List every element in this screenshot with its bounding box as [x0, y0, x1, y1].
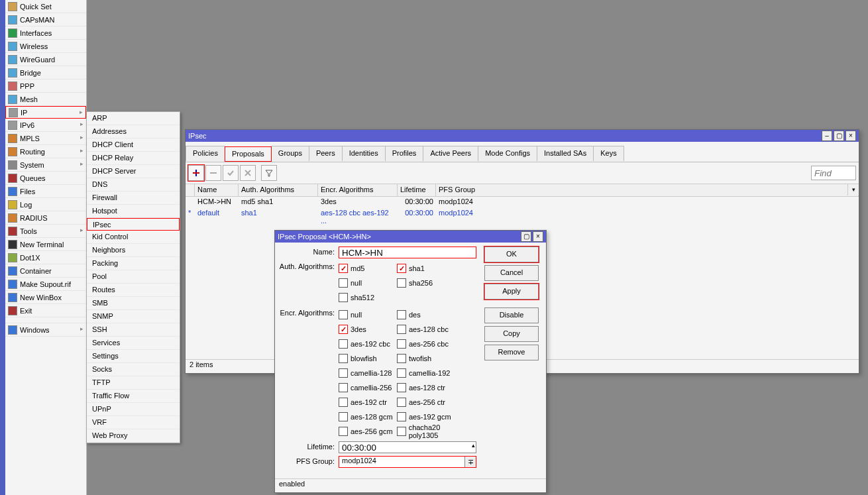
submenu-item-snmp[interactable]: SNMP — [87, 310, 180, 323]
tab-groups[interactable]: Groups — [271, 146, 309, 161]
checkbox-camellia-192[interactable]: camellia-192 — [397, 366, 455, 380]
checkbox-md5[interactable]: md5 — [339, 261, 397, 276]
tab-keys[interactable]: Keys — [593, 146, 624, 161]
submenu-item-arp[interactable]: ARP — [87, 112, 180, 125]
tab-active-peers[interactable]: Active Peers — [423, 146, 478, 161]
submenu-item-dhcp-relay[interactable]: DHCP Relay — [87, 152, 180, 165]
checkbox-sha256[interactable]: sha256 — [397, 276, 455, 290]
tab-mode-configs[interactable]: Mode Configs — [478, 146, 537, 161]
checkbox-camellia-256[interactable]: camellia-256 — [339, 380, 397, 395]
sidebar-item-routing[interactable]: Routing▸ — [5, 145, 86, 158]
sidebar-item-radius[interactable]: RADIUS — [5, 211, 86, 225]
table-row[interactable]: HCM->HNmd5 sha13des00:30:00modp1024 — [186, 197, 859, 208]
name-input[interactable] — [339, 247, 476, 258]
checkbox-aes-256-gcm[interactable]: aes-256 gcm — [339, 424, 397, 439]
sidebar-item-exit[interactable]: Exit — [5, 304, 86, 317]
submenu-item-tftp[interactable]: TFTP — [87, 376, 180, 390]
submenu-item-dns[interactable]: DNS — [87, 178, 180, 192]
tab-peers[interactable]: Peers — [309, 146, 343, 161]
submenu-item-upnp[interactable]: UPnP — [87, 403, 180, 416]
sidebar-item-bridge[interactable]: Bridge — [5, 66, 86, 80]
submenu-item-smb[interactable]: SMB — [87, 297, 180, 310]
checkbox-3des[interactable]: 3des — [339, 322, 397, 337]
apply-button[interactable]: Apply — [484, 284, 539, 300]
checkbox-null[interactable]: null — [339, 307, 397, 322]
submenu-item-dhcp-server[interactable]: DHCP Server — [87, 165, 180, 178]
disable-button[interactable]: Disable — [484, 307, 539, 323]
minimize-button[interactable]: – — [822, 131, 832, 141]
remove-button[interactable] — [205, 165, 221, 181]
sidebar-item-interfaces[interactable]: Interfaces — [5, 27, 86, 40]
submenu-item-kid-control[interactable]: Kid Control — [87, 231, 180, 244]
checkbox-aes-128-gcm[interactable]: aes-128 gcm — [339, 410, 397, 424]
checkbox-aes-256-ctr[interactable]: aes-256 ctr — [397, 395, 455, 410]
table-row[interactable]: *defaultsha1aes-128 cbc aes-192 ...00:30… — [186, 208, 859, 219]
checkbox-camellia-128[interactable]: camellia-128 — [339, 366, 397, 380]
close-button[interactable]: × — [533, 231, 543, 242]
sidebar-item-wireguard[interactable]: WireGuard — [5, 53, 86, 66]
submenu-item-ssh[interactable]: SSH — [87, 323, 180, 337]
checkbox-twofish[interactable]: twofish — [397, 351, 455, 366]
tab-proposals[interactable]: Proposals — [225, 146, 272, 162]
sidebar-item-tools[interactable]: Tools▸ — [5, 225, 86, 238]
checkbox-aes-192-gcm[interactable]: aes-192 gcm — [397, 410, 455, 424]
find-input[interactable] — [811, 166, 856, 180]
sidebar-item-quick-set[interactable]: Quick Set — [5, 0, 86, 13]
checkbox-null[interactable]: null — [339, 276, 397, 290]
add-button[interactable] — [188, 165, 204, 181]
sidebar-item-mesh[interactable]: Mesh — [5, 93, 86, 106]
chevron-down-icon[interactable]: ∓ — [464, 457, 476, 467]
table-header[interactable]: Name Auth. Algorithms Encr. Algorithms L… — [186, 184, 859, 197]
tab-profiles[interactable]: Profiles — [385, 146, 424, 161]
submenu-item-traffic-flow[interactable]: Traffic Flow — [87, 390, 180, 403]
spinner-up-icon[interactable]: ▴ — [472, 442, 475, 449]
col-pfs[interactable]: PFS Group — [436, 184, 859, 196]
submenu-item-routes[interactable]: Routes — [87, 284, 180, 297]
sidebar-item-mpls[interactable]: MPLS▸ — [5, 132, 86, 145]
submenu-item-web-proxy[interactable]: Web Proxy — [87, 429, 180, 443]
sidebar-item-windows[interactable]: Windows ▸ — [5, 323, 86, 337]
submenu-item-socks[interactable]: Socks — [87, 363, 180, 376]
checkbox-sha1[interactable]: sha1 — [397, 261, 455, 276]
window-titlebar[interactable]: IPsec Proposal <HCM->HN> ▢ × — [275, 231, 546, 243]
checkbox-aes-192-cbc[interactable]: aes-192 cbc — [339, 337, 397, 351]
cancel-button[interactable]: Cancel — [484, 265, 539, 281]
enable-button[interactable] — [223, 165, 239, 181]
tab-identities[interactable]: Identities — [342, 146, 386, 161]
ok-button[interactable]: OK — [484, 247, 539, 262]
submenu-item-addresses[interactable]: Addresses — [87, 125, 180, 138]
checkbox-aes-128-ctr[interactable]: aes-128 ctr — [397, 380, 455, 395]
tab-installed-sas[interactable]: Installed SAs — [537, 146, 594, 161]
copy-button[interactable]: Copy — [484, 326, 539, 342]
submenu-item-pool[interactable]: Pool — [87, 270, 180, 284]
submenu-item-settings[interactable]: Settings — [87, 350, 180, 363]
sidebar-item-wireless[interactable]: Wireless — [5, 40, 86, 53]
sidebar-item-ppp[interactable]: PPP — [5, 80, 86, 93]
window-titlebar[interactable]: IPsec – ▢ × — [186, 130, 859, 142]
col-lifetime[interactable]: Lifetime — [398, 184, 436, 196]
sidebar-item-capsman[interactable]: CAPsMAN — [5, 13, 86, 27]
sidebar-item-ip[interactable]: IP▸ — [5, 106, 86, 119]
checkbox-chacha20-poly1305[interactable]: chacha20 poly1305 — [397, 424, 470, 439]
submenu-item-dhcp-client[interactable]: DHCP Client — [87, 138, 180, 152]
sidebar-item-container[interactable]: Container — [5, 264, 86, 278]
sidebar-item-make-supout-rif[interactable]: Make Supout.rif — [5, 278, 86, 291]
submenu-item-packing[interactable]: Packing — [87, 257, 180, 270]
lifetime-input[interactable] — [339, 441, 476, 453]
submenu-item-neighbors[interactable]: Neighbors — [87, 244, 180, 257]
sidebar-item-files[interactable]: Files — [5, 185, 86, 198]
filter-button[interactable] — [261, 165, 277, 181]
sidebar-item-new-terminal[interactable]: New Terminal — [5, 238, 86, 251]
col-name[interactable]: Name — [195, 184, 239, 196]
checkbox-sha512[interactable]: sha512 — [339, 290, 397, 305]
disable-button[interactable] — [240, 165, 256, 181]
sidebar-item-dot1x[interactable]: Dot1X — [5, 251, 86, 264]
tab-policies[interactable]: Policies — [186, 146, 225, 161]
submenu-item-firewall[interactable]: Firewall — [87, 192, 180, 205]
remove-button[interactable]: Remove — [484, 345, 539, 360]
submenu-item-vrf[interactable]: VRF — [87, 416, 180, 429]
close-button[interactable]: × — [845, 131, 856, 141]
submenu-item-services[interactable]: Services — [87, 337, 180, 350]
checkbox-aes-128-cbc[interactable]: aes-128 cbc — [397, 322, 455, 337]
sidebar-item-log[interactable]: Log — [5, 198, 86, 211]
